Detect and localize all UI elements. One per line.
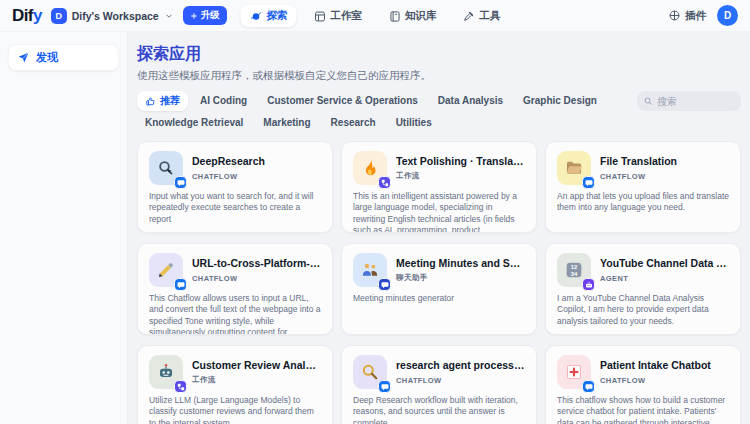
tab-label: Graphic Design: [523, 95, 597, 107]
app-type-badge-icon: [378, 278, 391, 291]
app-card[interactable]: Customer Review Analysis Workflow工作流Util…: [137, 345, 333, 424]
plugins-icon: [668, 9, 681, 22]
explore-main: 探索应用 使用这些模板应用程序，或根据模板自定义您自己的应用程序。 推荐AI C…: [128, 32, 750, 424]
people-icon: [353, 253, 387, 287]
app-card-type: CHATFLOW: [600, 376, 729, 385]
tab-label: Data Analysis: [438, 95, 503, 107]
tab-research[interactable]: Research: [323, 113, 384, 133]
app-type-badge-icon: [378, 380, 391, 393]
tab-customer-service-operations[interactable]: Customer Service & Operations: [259, 91, 426, 111]
nav-item-studio[interactable]: 工作室: [305, 5, 372, 27]
sidebar: 发现: [0, 32, 128, 424]
app-card-type: CHATFLOW: [192, 274, 321, 283]
main-nav: 探索工作室知识库工具: [241, 0, 510, 32]
app-type-badge-icon: [582, 380, 595, 393]
nav-item-label: 工作室: [331, 9, 363, 23]
tab-ai-coding[interactable]: AI Coding: [192, 91, 255, 111]
workspace-name: Dify's Workspace: [72, 10, 159, 22]
app-card-title: Customer Review Analysis Workflow: [192, 359, 321, 372]
app-card-type: CHATFLOW: [396, 376, 525, 385]
app-card-title: Patient Intake Chatbot: [600, 359, 729, 372]
app-card[interactable]: 1234YouTube Channel Data AnalysisAGENTI …: [545, 243, 741, 335]
app-type-badge-icon: [174, 176, 187, 189]
tab-graphic-design[interactable]: Graphic Design: [515, 91, 605, 111]
app-card[interactable]: research agent process flowCHATFLOWDeep …: [341, 345, 537, 424]
svg-text:12: 12: [571, 264, 578, 270]
explore-icon: [250, 10, 263, 23]
tab-label: Utilities: [396, 117, 432, 129]
app-card-title: YouTube Channel Data Analysis: [600, 257, 729, 270]
app-card-title: File Translation: [600, 155, 729, 168]
app-card-type: CHATFLOW: [600, 172, 729, 181]
search-icon: [149, 151, 183, 185]
studio-icon: [314, 10, 327, 23]
magnifier-icon: [353, 355, 387, 389]
app-card-description: An app that lets you upload files and tr…: [557, 191, 729, 214]
plugins-button[interactable]: 插件: [668, 9, 706, 23]
upgrade-button[interactable]: 升级: [183, 6, 227, 25]
app-card-type: CHATFLOW: [192, 172, 321, 181]
nav-item-label: 工具: [480, 9, 501, 23]
tools-icon: [463, 10, 476, 23]
nav-item-tools[interactable]: 工具: [454, 5, 510, 27]
nav-item-explore[interactable]: 探索: [241, 5, 297, 27]
tab-knowledge-retrieval[interactable]: Knowledge Retrieval: [137, 113, 251, 133]
flame-icon: [353, 151, 387, 185]
app-card[interactable]: Meeting Minutes and Summary聊天助手Meeting m…: [341, 243, 537, 335]
app-card-description: Input what you want to search for, and i…: [149, 191, 321, 225]
app-type-badge-icon: [174, 278, 187, 291]
app-card-type: 工作流: [396, 171, 525, 181]
svg-text:34: 34: [571, 271, 578, 277]
app-card-title: URL-to-Cross-Platform-Copywriting: [192, 257, 321, 270]
dify-app: Dify D Dify's Workspace 升级 探索工作室知识库工具: [0, 0, 750, 424]
chevron-down-icon: [164, 11, 174, 21]
workspace-selector[interactable]: D Dify's Workspace: [51, 8, 174, 24]
nav-item-label: 探索: [267, 9, 288, 23]
user-avatar[interactable]: D: [717, 5, 738, 26]
app-card-type: 聊天助手: [396, 273, 525, 283]
tab-推荐[interactable]: 推荐: [137, 91, 188, 111]
search-input[interactable]: [657, 96, 735, 107]
app-card[interactable]: URL-to-Cross-Platform-CopywritingCHATFLO…: [137, 243, 333, 335]
app-type-badge-icon: [378, 176, 391, 189]
tab-label: AI Coding: [200, 95, 247, 107]
pencil-icon: [149, 253, 183, 287]
app-card-description: Deep Research workflow built with iterat…: [353, 395, 525, 424]
app-card-description: I am a YouTube Channel Data Analysis Cop…: [557, 293, 729, 327]
tab-utilities[interactable]: Utilities: [388, 113, 440, 133]
nav-item-knowledge[interactable]: 知识库: [379, 5, 446, 27]
tab-label: 推荐: [160, 95, 180, 107]
app-card-grid: DeepResearchCHATFLOWInput what you want …: [137, 141, 741, 424]
knowledge-icon: [388, 10, 401, 23]
app-card-description: This chatflow shows how to build a custo…: [557, 395, 729, 424]
app-card[interactable]: Patient Intake ChatbotCHATFLOWThis chatf…: [545, 345, 741, 424]
sidebar-item-discover[interactable]: 发现: [8, 44, 119, 71]
app-card-description: This is an intelligent assistant powered…: [353, 191, 525, 233]
tab-label: Research: [331, 117, 376, 129]
tab-marketing[interactable]: Marketing: [255, 113, 318, 133]
app-card[interactable]: Text Polishing · Translation Tool工作流This…: [341, 141, 537, 233]
app-type-badge-icon: [582, 278, 595, 291]
robot-icon: [149, 355, 183, 389]
app-card-title: DeepResearch: [192, 155, 321, 168]
category-tabs: 推荐AI CodingCustomer Service & Operations…: [137, 91, 629, 133]
app-card-description: Utilize LLM (Large Language Models) to c…: [149, 395, 321, 424]
app-card-description: Meeting minutes generator: [353, 293, 525, 304]
app-card[interactable]: DeepResearchCHATFLOWInput what you want …: [137, 141, 333, 233]
app-card-title: research agent process flow: [396, 359, 525, 372]
tab-data-analysis[interactable]: Data Analysis: [430, 91, 511, 111]
discover-icon: [17, 51, 30, 64]
top-header: Dify D Dify's Workspace 升级 探索工作室知识库工具: [0, 0, 750, 32]
search-box: [637, 91, 741, 111]
plugins-label: 插件: [685, 9, 706, 23]
tab-label: Marketing: [263, 117, 310, 129]
workspace-avatar: D: [51, 8, 67, 24]
app-card[interactable]: File TranslationCHATFLOWAn app that lets…: [545, 141, 741, 233]
app-card-description: This Chatflow allows users to input a UR…: [149, 293, 321, 335]
tab-label: Customer Service & Operations: [267, 95, 418, 107]
app-card-title: Meeting Minutes and Summary: [396, 257, 525, 270]
logo-text-dark: Dif: [12, 6, 33, 26]
tab-label: Knowledge Retrieval: [145, 117, 243, 129]
thumbs-up-icon: [145, 96, 156, 107]
numbers-icon: 1234: [557, 253, 591, 287]
